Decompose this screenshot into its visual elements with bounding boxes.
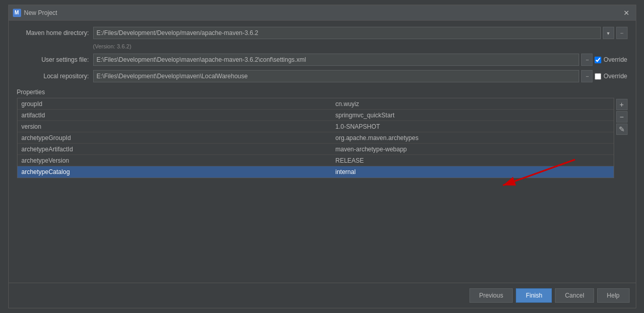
user-settings-browse-btn[interactable]: ···: [581, 54, 593, 66]
property-key: archetypeGroupId: [18, 134, 332, 142]
user-settings-input-wrapper: ··· Override: [93, 54, 628, 66]
version-text: (Version: 3.6.2): [93, 43, 628, 49]
close-button[interactable]: ✕: [621, 8, 632, 18]
property-key: artifactId: [18, 112, 332, 119]
property-key: groupId: [18, 100, 332, 108]
table-row[interactable]: version 1.0-SNAPSHOT: [18, 121, 614, 132]
add-property-btn[interactable]: +: [616, 99, 628, 110]
help-button[interactable]: Help: [597, 288, 630, 303]
cancel-button[interactable]: Cancel: [555, 288, 594, 303]
title-bar: M New Project ✕: [9, 5, 636, 21]
property-value: 1.0-SNAPSHOT: [332, 123, 614, 130]
property-key: version: [18, 123, 332, 130]
table-row[interactable]: groupId cn.wuyiz: [18, 98, 614, 110]
property-value: maven-archetype-webapp: [332, 146, 614, 153]
property-key: archetypeArtifactId: [18, 146, 332, 153]
bottom-bar: Previous Finish Cancel Help: [9, 283, 636, 308]
table-row[interactable]: archetypeArtifactId maven-archetype-weba…: [18, 144, 614, 155]
table-row[interactable]: archetypeCatalog internal: [18, 166, 614, 178]
property-key: archetypeVersion: [18, 157, 332, 164]
maven-home-label: Maven home directory:: [17, 29, 89, 37]
user-settings-row: User settings file: ··· Override: [17, 54, 628, 66]
edit-property-btn[interactable]: ✎: [616, 124, 628, 135]
properties-table: groupId cn.wuyiz artifactId springmvc_qu…: [17, 98, 614, 178]
user-settings-input[interactable]: [93, 54, 580, 66]
maven-home-row: Maven home directory: ▾ ···: [17, 27, 628, 39]
local-repo-override-label: Override: [603, 73, 627, 80]
local-repo-override-wrapper: Override: [595, 73, 627, 80]
local-repo-input-wrapper: ··· Override: [93, 70, 628, 82]
maven-home-browse-btn[interactable]: ···: [616, 27, 628, 39]
property-value: cn.wuyiz: [332, 100, 614, 108]
property-key: archetypeCatalog: [18, 168, 332, 176]
dialog-icon: M: [13, 9, 21, 17]
property-value: org.apache.maven.archetypes: [332, 134, 614, 142]
local-repo-browse-btn[interactable]: ···: [581, 70, 593, 82]
properties-title: Properties: [17, 89, 628, 96]
properties-section: Properties groupId cn.wuyiz artifactId s…: [17, 89, 628, 276]
user-settings-override-wrapper: Override: [595, 56, 627, 63]
property-value: springmvc_quickStart: [332, 112, 614, 119]
remove-property-btn[interactable]: −: [616, 111, 628, 123]
property-value: internal: [332, 168, 614, 176]
local-repo-row: Local repository: ··· Override: [17, 70, 628, 82]
table-row[interactable]: archetypeVersion RELEASE: [18, 155, 614, 166]
user-settings-override-checkbox[interactable]: [595, 57, 601, 63]
new-project-dialog: M New Project ✕ Maven home directory: ▾ …: [8, 5, 636, 308]
table-actions: + − ✎: [616, 99, 628, 135]
table-row[interactable]: artifactId springmvc_quickStart: [18, 110, 614, 121]
properties-body: groupId cn.wuyiz artifactId springmvc_qu…: [17, 98, 628, 178]
maven-home-input-wrapper: ▾ ···: [93, 27, 628, 39]
finish-button[interactable]: Finish: [516, 288, 552, 303]
maven-home-dropdown-btn[interactable]: ▾: [603, 27, 614, 39]
dialog-content: Maven home directory: ▾ ··· (Version: 3.…: [9, 21, 636, 283]
user-settings-override-label: Override: [603, 56, 627, 63]
previous-button[interactable]: Previous: [469, 288, 513, 303]
local-repo-input[interactable]: [93, 70, 580, 82]
maven-home-input[interactable]: [93, 27, 601, 39]
table-row[interactable]: archetypeGroupId org.apache.maven.archet…: [18, 132, 614, 144]
local-repo-override-checkbox[interactable]: [595, 73, 601, 80]
property-value: RELEASE: [332, 157, 614, 164]
local-repo-label: Local repository:: [17, 73, 89, 80]
dialog-title: New Project: [24, 9, 58, 16]
user-settings-label: User settings file:: [17, 56, 89, 63]
title-bar-left: M New Project: [13, 9, 58, 17]
